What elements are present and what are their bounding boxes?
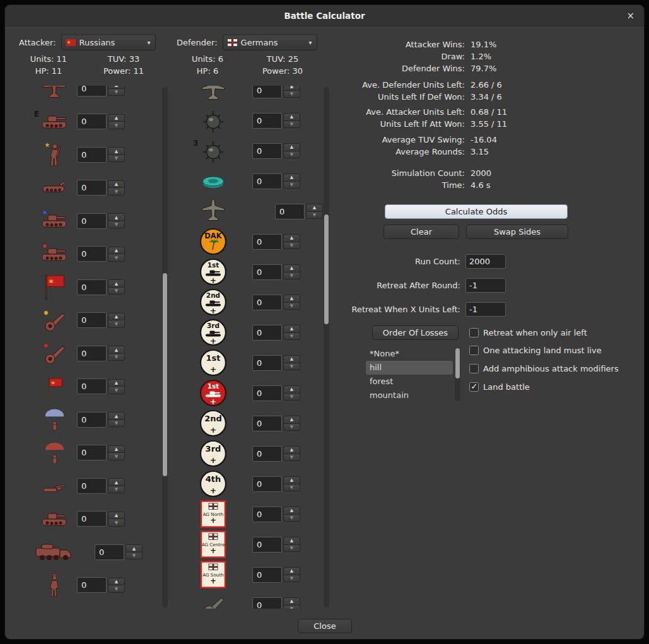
spin-down-button[interactable]: ▼ [108,287,125,295]
unit-count-value[interactable]: 0 [77,445,107,460]
unit-count-spinner[interactable]: 0▲▼ [275,204,323,220]
spin-down-button[interactable]: ▼ [283,363,300,371]
checkbox[interactable] [469,328,479,337]
spin-down-button[interactable]: ▼ [108,88,125,97]
spin-down-button[interactable]: ▼ [108,386,125,394]
spin-down-button[interactable]: ▼ [306,211,323,220]
unit-count-value[interactable]: 0 [252,325,282,341]
spin-up-button[interactable]: ▲ [108,478,125,486]
unit-count-spinner[interactable]: 0▲▼ [77,346,125,361]
defender-scrollbar[interactable] [324,87,329,607]
unit-count-spinner[interactable]: 0▲▼ [252,537,300,553]
unit-count-spinner[interactable]: 0▲▼ [252,86,300,98]
unit-count-value[interactable]: 0 [252,597,282,609]
unit-count-value[interactable]: 0 [77,412,107,428]
spin-down-button[interactable]: ▼ [283,332,300,341]
unit-count-value[interactable]: 0 [95,544,124,560]
spin-up-button[interactable]: ▲ [283,476,300,484]
spin-down-button[interactable]: ▼ [108,518,125,527]
unit-count-spinner[interactable]: 0▲▼ [77,180,125,196]
unit-count-spinner[interactable]: 0▲▼ [252,506,300,522]
attacker-scrollbar[interactable] [162,87,168,607]
unit-count-spinner[interactable]: 0▲▼ [77,511,125,527]
spin-down-button[interactable]: ▼ [283,544,300,553]
unit-count-spinner[interactable]: 0▲▼ [252,476,300,492]
spin-up-button[interactable]: ▲ [108,346,125,354]
unit-count-value[interactable]: 0 [77,114,107,129]
loss-list-scrollbar[interactable] [455,348,460,401]
unit-count-spinner[interactable]: 0▲▼ [252,113,300,129]
unit-count-spinner[interactable]: 0▲▼ [77,412,125,428]
close-button[interactable]: Close [298,619,352,633]
unit-count-value[interactable]: 0 [77,312,107,328]
spin-up-button[interactable]: ▲ [108,147,125,155]
unit-count-spinner[interactable]: 0▲▼ [77,246,125,262]
unit-count-spinner[interactable]: 0▲▼ [77,86,125,97]
unit-count-value[interactable]: 0 [252,385,282,401]
option-add-amphibious-attack-modifiers[interactable]: Add amphibious attack modifiers [469,363,619,373]
spin-down-button[interactable]: ▼ [126,552,143,560]
spin-up-button[interactable]: ▲ [283,143,300,151]
unit-count-value[interactable]: 0 [252,416,282,431]
option-land-battle[interactable]: Land battle [469,382,619,392]
titlebar[interactable]: Battle Calculator × [5,5,644,26]
loss-list-item[interactable]: forest [366,375,453,389]
unit-count-spinner[interactable]: 0▲▼ [77,147,125,163]
unit-count-value[interactable]: 0 [252,295,282,310]
unit-count-value[interactable]: 0 [77,180,107,196]
unit-count-spinner[interactable]: 0▲▼ [252,234,300,250]
unit-count-value[interactable]: 0 [252,143,282,159]
attacker-select[interactable]: Russians ▾ [61,35,156,50]
unit-count-value[interactable]: 0 [252,537,282,553]
unit-count-spinner[interactable]: 0▲▼ [252,385,300,401]
spin-down-button[interactable]: ▼ [108,254,125,262]
unit-count-value[interactable]: 0 [77,86,107,97]
spin-down-button[interactable]: ▼ [283,151,300,159]
unit-count-spinner[interactable]: 0▲▼ [95,544,143,560]
swap-sides-button[interactable]: Swap Sides [466,225,568,239]
spin-down-button[interactable]: ▼ [283,242,300,250]
spin-down-button[interactable]: ▼ [108,353,125,361]
unit-count-spinner[interactable]: 0▲▼ [252,597,300,609]
spin-up-button[interactable]: ▲ [283,506,300,515]
spin-up-button[interactable]: ▲ [108,213,125,221]
spin-down-button[interactable]: ▼ [283,393,300,401]
unit-count-spinner[interactable]: 0▲▼ [77,213,125,229]
option-retreat-when-only-air-left[interactable]: Retreat when only air left [469,327,587,337]
spin-up-button[interactable]: ▲ [283,355,300,363]
order-of-losses-list[interactable]: *None*hillforestmountain [366,347,460,404]
retreat-units-left-input[interactable] [465,302,506,317]
unit-count-value[interactable]: 0 [77,478,107,494]
spin-down-button[interactable]: ▼ [108,452,125,460]
option-one-attacking-land-must-live[interactable]: One attacking land must live [469,345,619,355]
spin-up-button[interactable]: ▲ [283,416,300,424]
calculate-odds-button[interactable]: Calculate Odds [385,204,568,219]
spin-down-button[interactable]: ▼ [283,90,300,98]
unit-count-value[interactable]: 0 [252,355,282,371]
unit-count-value[interactable]: 0 [77,213,107,229]
unit-count-value[interactable]: 0 [252,264,282,280]
unit-count-value[interactable]: 0 [252,506,282,522]
spin-down-button[interactable]: ▼ [283,181,300,189]
unit-count-spinner[interactable]: 0▲▼ [252,143,300,159]
spin-up-button[interactable]: ▲ [283,295,300,303]
order-of-losses-button[interactable]: Order Of Losses [372,325,459,340]
checkbox[interactable] [469,382,479,392]
spin-down-button[interactable]: ▼ [108,187,125,196]
unit-count-value[interactable]: 0 [252,173,282,189]
unit-count-value[interactable]: 0 [275,204,305,220]
window-close-button[interactable]: × [626,10,634,21]
unit-count-value[interactable]: 0 [252,567,282,583]
spin-up-button[interactable]: ▲ [108,279,125,288]
spin-down-button[interactable]: ▼ [108,320,125,328]
unit-count-spinner[interactable]: 0▲▼ [252,567,300,583]
checkbox[interactable] [469,346,479,355]
unit-count-spinner[interactable]: 0▲▼ [252,325,300,341]
spin-down-button[interactable]: ▼ [108,585,125,593]
run-count-input[interactable] [465,254,506,269]
unit-count-value[interactable]: 0 [77,346,107,361]
spin-down-button[interactable]: ▼ [283,302,300,310]
loss-list-item[interactable]: *None* [366,347,453,361]
spin-down-button[interactable]: ▼ [108,155,125,163]
spin-up-button[interactable]: ▲ [283,597,300,606]
